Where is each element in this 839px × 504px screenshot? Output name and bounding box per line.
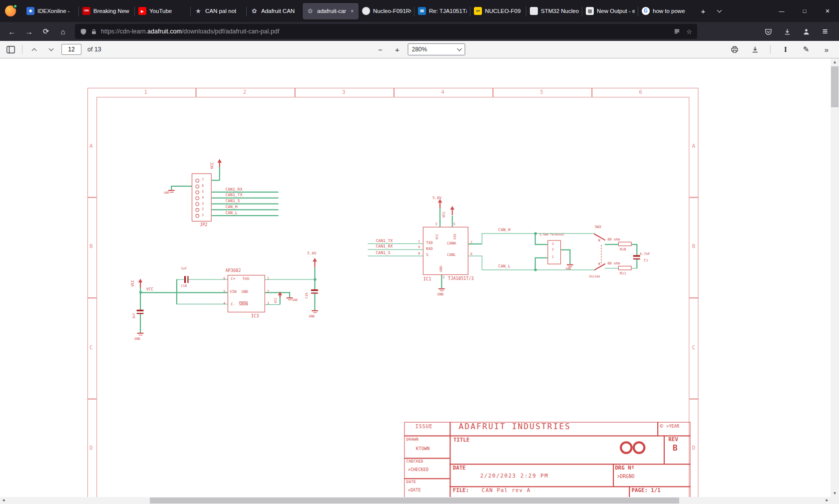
- maximize-button[interactable]: □: [793, 0, 816, 22]
- browser-tab[interactable]: ◆IDEXonline -: [23, 3, 79, 19]
- tab-list-button[interactable]: [712, 4, 726, 18]
- capacitor-plate: [187, 276, 189, 283]
- schematic-label: FILE:: [453, 488, 469, 493]
- tab-bar: ◆IDEXonline - CNNBreaking New▶YouTube★CA…: [0, 0, 839, 22]
- schematic-label: >YEAR: [666, 425, 679, 429]
- capacitor-plate: [184, 276, 186, 283]
- schematic-line: [449, 422, 450, 500]
- vcc-arrow-icon: [437, 199, 442, 203]
- vertical-scrollbar[interactable]: ▲ ▼: [831, 58, 839, 497]
- browser-tab[interactable]: ▶YouTube: [135, 3, 191, 19]
- schematic-label: 3: [552, 243, 554, 246]
- sidebar-toggle-button[interactable]: [4, 43, 17, 56]
- pocket-icon[interactable]: [761, 24, 775, 38]
- horizontal-scroll-thumb[interactable]: [150, 498, 679, 504]
- connector-pin: [195, 214, 199, 217]
- browser-tab[interactable]: ▤New Output - en: [582, 3, 638, 19]
- schematic-label: B: [89, 244, 92, 250]
- schematic-label: D: [89, 446, 92, 451]
- part-name: TJA1051T/3: [448, 276, 474, 281]
- lock-icon[interactable]: [91, 28, 97, 35]
- zoom-out-button[interactable]: −: [374, 43, 387, 56]
- youtube-favicon: ▶: [138, 7, 146, 15]
- toolbar-more-button[interactable]: »: [820, 43, 833, 56]
- schematic-label: VCC: [146, 287, 154, 291]
- text-annotation-button[interactable]: I: [779, 43, 792, 56]
- schematic-label: 1uF: [132, 313, 135, 319]
- wire: [481, 233, 594, 234]
- minimize-button[interactable]: —: [770, 0, 793, 22]
- browser-tab[interactable]: Nucleo-F091RC C: [359, 3, 415, 19]
- schematic-label: A: [692, 143, 695, 149]
- refdes: R11: [620, 272, 626, 275]
- url-bar-actions: ☆: [674, 28, 692, 35]
- net-label: CAN_H: [498, 228, 510, 232]
- url-bar[interactable]: https://cdn-learn.adafruit.com/downloads…: [75, 24, 697, 39]
- divider: [22, 45, 22, 54]
- schematic-label: 3: [435, 223, 437, 226]
- save-button[interactable]: [749, 43, 762, 56]
- browser-tab[interactable]: ✿adafruit-can-p×: [303, 3, 359, 19]
- schematic-label: VCC: [442, 212, 445, 218]
- reader-view-icon[interactable]: [674, 28, 680, 35]
- zoom-in-button[interactable]: +: [391, 43, 404, 56]
- pdf-viewport: 123456ABCDABCDVCCGND7654321CAN1_RXCAN1_T…: [0, 58, 839, 504]
- pdf-page: 123456ABCDABCDVCCGND7654321CAN1_RXCAN1_T…: [87, 88, 700, 504]
- page-number-input[interactable]: [61, 44, 81, 55]
- menu-icon[interactable]: ≡: [818, 24, 832, 38]
- scroll-right-arrow[interactable]: ►: [825, 498, 829, 503]
- previous-page-button[interactable]: [27, 43, 40, 56]
- vertical-scroll-thumb[interactable]: [831, 66, 839, 107]
- schematic-line: [689, 197, 698, 198]
- schematic-label: 6: [223, 276, 225, 279]
- schematic-line: [657, 422, 658, 436]
- schematic-label: CANH: [447, 242, 456, 246]
- scroll-down-arrow[interactable]: ▼: [831, 491, 839, 496]
- zoom-select[interactable]: 280%: [408, 43, 465, 55]
- browser-tab[interactable]: CNNBreaking New: [79, 3, 135, 19]
- horizontal-scrollbar[interactable]: ◄ ►: [0, 497, 831, 504]
- account-icon[interactable]: [799, 24, 813, 38]
- next-page-button[interactable]: [44, 43, 57, 56]
- forward-button[interactable]: →: [21, 24, 37, 39]
- schematic-label: 4: [223, 302, 225, 305]
- browser-tab[interactable]: ✿Adafruit CAN: [247, 3, 303, 19]
- tab-close-button[interactable]: ×: [349, 8, 355, 14]
- browser-tab[interactable]: ★CAN pal not: [191, 3, 247, 19]
- home-button[interactable]: ⌂: [55, 24, 71, 39]
- browser-tab[interactable]: STM32 Nucleo-64: [526, 3, 582, 19]
- vcc-arrow-stem: [439, 203, 440, 208]
- chevron-down-icon: [48, 46, 53, 51]
- firefox-icon[interactable]: [5, 5, 16, 16]
- page-count-label: of 13: [87, 46, 101, 53]
- bookmark-star-icon[interactable]: ☆: [686, 28, 692, 35]
- browser-tab[interactable]: ✉Re: TJA1051T/: [415, 3, 470, 19]
- tab-strip: ◆IDEXonline - CNNBreaking New▶YouTube★CA…: [23, 0, 694, 22]
- scroll-left-arrow[interactable]: ◄: [1, 498, 5, 503]
- close-button[interactable]: ×: [816, 0, 839, 22]
- st-favicon: ST: [474, 7, 482, 15]
- scroll-up-arrow[interactable]: ▲: [831, 60, 839, 64]
- new-tab-button[interactable]: +: [696, 4, 710, 18]
- shield-icon[interactable]: [80, 28, 87, 35]
- reload-button[interactable]: ⟳: [38, 24, 54, 39]
- wire-junction: [534, 232, 536, 235]
- downloads-icon[interactable]: [780, 24, 794, 38]
- schematic-label: 2: [202, 208, 204, 211]
- wire-junction: [139, 291, 141, 293]
- browser-tab[interactable]: STNUCLEO-F09: [470, 3, 526, 19]
- net-label: CAN1_RX: [376, 245, 393, 249]
- schematic-label: VIO: [453, 234, 456, 240]
- schematic-label: 3: [267, 302, 269, 305]
- print-button[interactable]: [728, 43, 741, 56]
- gnd-symbol: [568, 266, 572, 267]
- adafruit-favicon: ✿: [306, 7, 314, 15]
- schematic-sheet: 123456ABCDABCDVCCGND7654321CAN1_RXCAN1_T…: [87, 88, 700, 504]
- draw-annotation-button[interactable]: ✎: [800, 43, 813, 56]
- back-button[interactable]: ←: [4, 24, 20, 39]
- schematic-label: C-: [231, 303, 235, 306]
- gnd-symbol: [287, 297, 293, 298]
- browser-tab[interactable]: Ghow to powe: [638, 3, 694, 19]
- wire: [452, 216, 453, 227]
- schematic-label: GND: [566, 267, 571, 270]
